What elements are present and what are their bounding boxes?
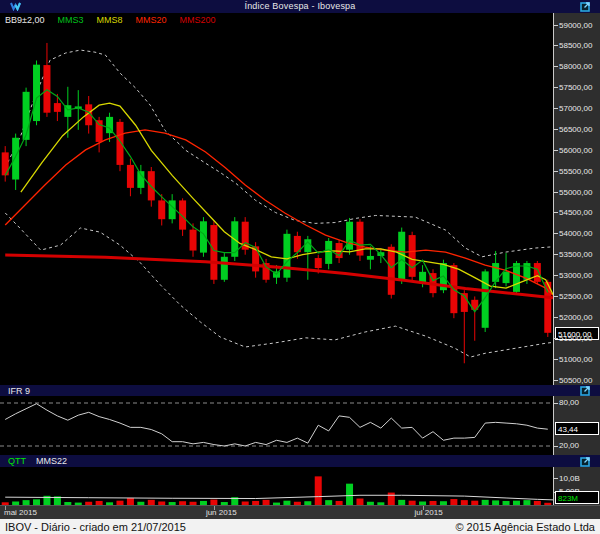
legend-mms8: MMS8 <box>96 15 122 25</box>
axis-tick-label: 57000,00 <box>559 104 592 113</box>
axis-tick <box>554 338 558 339</box>
axis-tick <box>554 212 558 213</box>
volume-axis: 10,0B 5,00B 823M <box>553 467 600 505</box>
axis-tick <box>554 87 558 88</box>
axis-tick-label: 58500,00 <box>559 41 592 50</box>
axis-tick-label: 59000,00 <box>559 21 592 30</box>
axis-tick-label: 52500,00 <box>559 292 592 301</box>
time-axis-label: jun 2015 <box>206 508 237 517</box>
ifr-panel-header: IFR 9 <box>0 385 600 396</box>
axis-tick-label: 51000,00 <box>559 355 592 364</box>
ifr-upper-tick: 80,00 <box>559 398 579 407</box>
axis-tick-label: 52000,00 <box>559 313 592 322</box>
title-bar: Índice Bovespa - Ibovespa <box>0 0 600 13</box>
qtt-label: QTT <box>8 456 26 466</box>
time-axis: mai 2015jun 2015jul 2015 <box>0 505 600 519</box>
axis-tick-label: 53500,00 <box>559 250 592 259</box>
axis-tick <box>554 254 558 255</box>
legend-mms3: MMS3 <box>57 15 83 25</box>
indicator-legend: BB9±2,00 MMS3 MMS8 MMS20 MMS200 <box>5 15 216 25</box>
axis-tick <box>554 296 558 297</box>
axis-tick-label: 55500,00 <box>559 167 592 176</box>
time-axis-label: jul 2015 <box>415 508 443 517</box>
axis-tick <box>554 359 558 360</box>
chart-title: Índice Bovespa - Ibovespa <box>0 1 600 11</box>
qtt-panel-header: QTT MMS22 <box>0 455 600 467</box>
axis-tick-label: 50500,00 <box>559 376 592 385</box>
axis-tick-label: 56500,00 <box>559 125 592 134</box>
axis-tick <box>554 25 558 26</box>
axis-tick-label: 57500,00 <box>559 83 592 92</box>
status-bar: IBOV - Diário - criado em 21/07/2015 © 2… <box>0 519 600 534</box>
axis-tick <box>554 66 558 67</box>
ifr-lower-tick: 20,00 <box>559 441 579 450</box>
legend-bb: BB9±2,00 <box>5 15 44 25</box>
axis-tick-label: 58000,00 <box>559 62 592 71</box>
time-axis-label: mai 2015 <box>4 508 37 517</box>
axis-tick <box>554 129 558 130</box>
axis-tick <box>554 317 558 318</box>
ifr-label: IFR 9 <box>8 386 30 396</box>
expand-icon[interactable] <box>580 385 591 396</box>
axis-tick <box>554 192 558 193</box>
volume-chart[interactable] <box>0 467 553 505</box>
axis-tick-label: 54000,00 <box>559 229 592 238</box>
axis-tick-label: 56000,00 <box>559 146 592 155</box>
volume-last-value: 823M <box>555 491 599 504</box>
axis-tick-label: 53000,00 <box>559 271 592 280</box>
axis-tick-label: 51500,00 <box>559 334 592 343</box>
axis-tick <box>554 171 558 172</box>
legend-mms200: MMS200 <box>180 15 216 25</box>
copyright-text: © 2015 Agência Estado Ltda <box>455 521 595 533</box>
volume-tick-10b: 10,0B <box>559 474 580 483</box>
price-axis: 51600,00 59000,0058500,0058000,0057500,0… <box>553 13 600 385</box>
main-price-chart[interactable] <box>0 13 553 385</box>
axis-tick <box>554 108 558 109</box>
axis-tick <box>554 45 558 46</box>
legend-mms20: MMS20 <box>136 15 167 25</box>
axis-tick-label: 54500,00 <box>559 208 592 217</box>
expand-icon[interactable] <box>580 456 591 467</box>
axis-tick <box>554 275 558 276</box>
axis-tick <box>554 380 558 381</box>
expand-icon[interactable] <box>580 1 591 12</box>
status-text: IBOV - Diário - criado em 21/07/2015 <box>5 521 186 533</box>
axis-tick <box>554 150 558 151</box>
ifr-indicator-chart[interactable] <box>0 396 553 455</box>
qtt-mms22-label: MMS22 <box>36 456 67 466</box>
axis-tick-label: 55000,00 <box>559 188 592 197</box>
chart-application: Índice Bovespa - Ibovespa BB9±2,00 MMS3 … <box>0 0 600 534</box>
ifr-axis: 80,00 20,00 43,44 <box>553 396 600 455</box>
ifr-last-value: 43,44 <box>555 422 599 435</box>
axis-tick <box>554 233 558 234</box>
